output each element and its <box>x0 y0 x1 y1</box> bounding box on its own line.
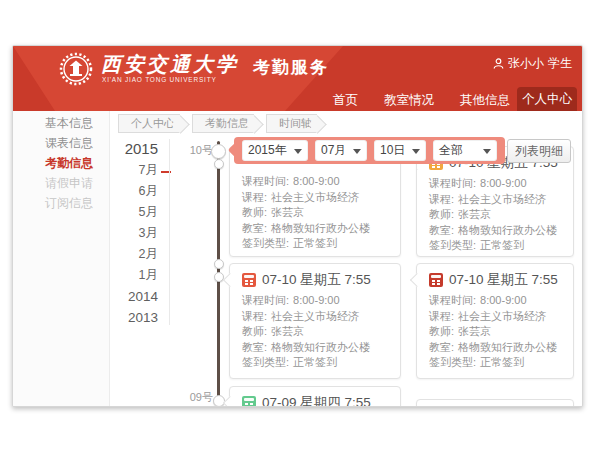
card-field-label: 课程: <box>242 309 267 325</box>
card-field: 课程: 社会主义市场经济 <box>429 192 561 208</box>
timeline-node <box>211 144 226 159</box>
timeline-year-2013[interactable]: 2013 <box>110 307 158 328</box>
card-body: 课程时间: 8:00-9:00 课程: 社会主义市场经济 教师: 张芸京 教室:… <box>242 174 388 252</box>
user-name: 张小小 <box>508 55 544 72</box>
timeline-year-3月[interactable]: 3月 <box>110 223 158 244</box>
card-field-value: 正常签到 <box>480 355 524 371</box>
filter-select-value: 2015年 <box>248 142 287 159</box>
sidebar: 基本信息课表信息考勤信息请假申请订阅信息 <box>13 111 110 406</box>
card-field-label: 课程: <box>429 309 454 325</box>
sidebar-item-4[interactable]: 订阅信息 <box>13 193 109 213</box>
timeline-node <box>214 259 224 269</box>
attendance-card-4[interactable]: 07-09 星期四 7:55 <box>229 386 401 407</box>
nav-item-0[interactable]: 首页 <box>333 92 358 109</box>
filter-bubble: 2015年 07月 10日 全部 <box>234 137 505 164</box>
calendar-icon <box>242 396 256 407</box>
timeline-year-2015[interactable]: 2015 <box>110 137 158 160</box>
filter-select-month[interactable]: 07月 <box>315 140 367 161</box>
card-field-value: 张芸京 <box>458 207 491 223</box>
card-field: 课程: 社会主义市场经济 <box>429 309 561 325</box>
timeline-year-5月[interactable]: 5月 <box>110 202 158 223</box>
sidebar-item-2[interactable]: 考勤信息 <box>13 153 109 173</box>
nav-tab-personal-center[interactable]: 个人中心 <box>517 87 577 111</box>
card-field-value: 张芸京 <box>458 324 491 340</box>
card-body: 课程时间: 8:00-9:00 课程: 社会主义市场经济 教师: 张芸京 教室:… <box>429 176 561 254</box>
timeline-year-2月[interactable]: 2月 <box>110 244 158 265</box>
breadcrumb-item-2[interactable]: 时间轴 <box>266 114 317 133</box>
card-field-label: 课程时间: <box>429 293 476 309</box>
attendance-card-2[interactable]: 07-10 星期五 7:55 课程时间: 8:00-9:00 课程: 社会主义市… <box>229 263 401 379</box>
timeline-year-2014[interactable]: 2014 <box>110 286 158 307</box>
list-detail-button[interactable]: 列表明细 <box>507 139 571 163</box>
card-date-text: 07-10 星期五 7:55 <box>449 271 558 289</box>
card-field-label: 课程时间: <box>242 174 289 190</box>
card-field: 课程时间: 8:00-9:00 <box>242 174 388 190</box>
card-field-value: 正常签到 <box>293 355 337 371</box>
attendance-card-5[interactable] <box>416 399 574 407</box>
timeline-year-1月[interactable]: 1月 <box>110 265 158 286</box>
main-panel: 个人中心考勤信息时间轴 20157月6月5月3月2月1月20142013 10号… <box>110 111 582 406</box>
university-name-en: XI'AN JIAO TONG UNIVERSITY <box>102 76 217 83</box>
card-date-text: 07-10 星期五 7:55 <box>262 271 371 289</box>
day-marker-09: 09号 <box>182 390 213 405</box>
card-field-value: 格物致知行政办公楼 <box>458 340 557 356</box>
user-info[interactable]: 张小小 学生 <box>493 55 572 72</box>
filter-select-value: 07月 <box>321 142 346 159</box>
card-body: 课程时间: 8:00-9:00 课程: 社会主义市场经济 教师: 张芸京 教室:… <box>429 293 561 371</box>
card-field-label: 课程时间: <box>242 293 289 309</box>
card-field-label: 签到类型: <box>242 236 289 252</box>
card-field: 教师: 张芸京 <box>429 207 561 223</box>
nav-items: 首页教室情况其他信息 <box>333 89 510 111</box>
card-header: 07-09 星期四 7:55 <box>242 394 388 407</box>
card-field-value: 正常签到 <box>480 238 524 254</box>
card-field-value: 社会主义市场经济 <box>271 309 359 325</box>
card-field-value: 张芸京 <box>271 324 304 340</box>
nav-item-1[interactable]: 教室情况 <box>384 92 434 109</box>
card-field: 课程时间: 8:00-9:00 <box>429 293 561 309</box>
card-field: 课程时间: 8:00-9:00 <box>429 176 561 192</box>
card-field-value: 8:00-9:00 <box>480 293 526 309</box>
card-field-label: 签到类型: <box>429 355 476 371</box>
sidebar-item-0[interactable]: 基本信息 <box>13 113 109 133</box>
years-separator <box>169 139 170 325</box>
user-role: 学生 <box>548 55 572 72</box>
sidebar-item-1[interactable]: 课表信息 <box>13 133 109 153</box>
filter-select-value: 全部 <box>439 142 463 159</box>
filter-select-type[interactable]: 全部 <box>433 140 497 161</box>
filter-select-year[interactable]: 2015年 <box>242 140 308 161</box>
card-field-label: 课程时间: <box>429 176 476 192</box>
chevron-down-icon <box>353 149 361 158</box>
chevron-down-icon <box>483 149 491 158</box>
card-field: 教师: 张芸京 <box>429 324 561 340</box>
card-field: 教师: 张芸京 <box>242 324 388 340</box>
calendar-icon <box>242 273 256 287</box>
card-field: 签到类型: 正常签到 <box>429 355 561 371</box>
card-field-value: 8:00-9:00 <box>293 293 339 309</box>
breadcrumb-item-1[interactable]: 考勤信息 <box>192 114 254 133</box>
timeline-year-6月[interactable]: 6月 <box>110 181 158 202</box>
card-field-label: 课程: <box>429 192 454 208</box>
card-header: 07-10 星期五 7:55 <box>242 271 388 289</box>
timeline-year-7月[interactable]: 7月 <box>110 160 158 181</box>
calendar-icon <box>429 273 443 287</box>
card-body: 课程时间: 8:00-9:00 课程: 社会主义市场经济 教师: 张芸京 教室:… <box>242 293 388 371</box>
card-field-value: 正常签到 <box>293 236 337 252</box>
card-field-value: 8:00-9:00 <box>480 176 526 192</box>
app-title: 考勤服务 <box>253 56 329 79</box>
sidebar-item-3[interactable]: 请假申请 <box>13 173 109 193</box>
chevron-down-icon <box>412 149 420 158</box>
card-field-value: 社会主义市场经济 <box>458 192 546 208</box>
xjtu-gear-logo-icon <box>59 52 93 86</box>
card-field-label: 课程: <box>242 190 267 206</box>
nav-item-2[interactable]: 其他信息 <box>460 92 510 109</box>
card-field-label: 教师: <box>429 324 454 340</box>
card-field: 课程: 社会主义市场经济 <box>242 190 388 206</box>
card-field-label: 教师: <box>242 205 267 221</box>
card-field-value: 社会主义市场经济 <box>271 190 359 206</box>
card-field: 签到类型: 正常签到 <box>242 355 388 371</box>
attendance-card-3[interactable]: 07-10 星期五 7:55 课程时间: 8:00-9:00 课程: 社会主义市… <box>416 263 574 379</box>
card-field-value: 8:00-9:00 <box>293 174 339 190</box>
breadcrumb-item-0[interactable]: 个人中心 <box>118 114 180 133</box>
filter-select-day[interactable]: 10日 <box>374 140 426 161</box>
card-field-label: 教室: <box>242 340 267 356</box>
